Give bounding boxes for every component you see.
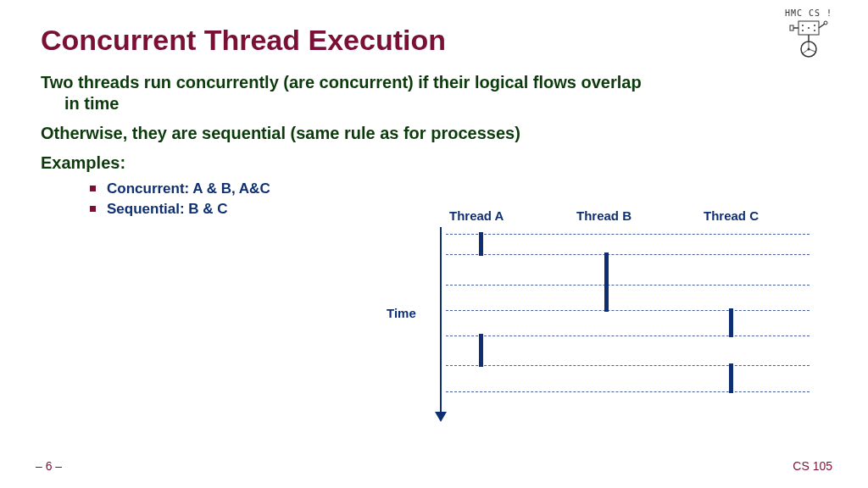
label-time: Time — [387, 306, 416, 320]
svg-point-2 — [808, 27, 810, 29]
svg-rect-8 — [790, 25, 793, 30]
time-row — [446, 285, 810, 286]
slide: HMC CS ! Concurrent Thread Execution Two… — [0, 0, 868, 488]
definition-concurrent: Two threads run concurrently (are concur… — [41, 72, 827, 114]
time-row — [446, 365, 810, 366]
slide-title: Concurrent Thread Execution — [41, 24, 827, 57]
time-axis-arrow — [432, 227, 449, 425]
course-label: CS 105 — [793, 459, 832, 473]
svg-point-3 — [814, 25, 815, 26]
exec-bar-thread-c — [729, 308, 733, 337]
logo-text: HMC CS ! — [783, 8, 834, 18]
label-thread-a: Thread A — [449, 208, 504, 223]
def-line-1a: Two threads run concurrently (are concur… — [41, 73, 642, 92]
svg-line-14 — [809, 49, 815, 52]
page-number: – 6 – — [36, 459, 62, 473]
exec-bar-thread-c — [729, 363, 733, 393]
unicycle-icon — [787, 19, 830, 58]
timing-diagram: Thread A Thread B Thread C Time — [364, 208, 822, 429]
bullet-concurrent: Concurrent: A & B, A&C — [90, 180, 827, 197]
time-row — [446, 336, 810, 336]
time-row — [446, 234, 810, 235]
hmc-cs-logo: HMC CS ! — [783, 8, 834, 58]
svg-point-5 — [814, 30, 815, 31]
label-thread-c: Thread C — [704, 208, 759, 223]
exec-bar-thread-b — [604, 252, 609, 312]
time-row — [446, 254, 810, 255]
svg-point-1 — [802, 25, 804, 26]
exec-bar-thread-a — [479, 232, 483, 256]
svg-line-9 — [819, 24, 825, 28]
time-row — [446, 391, 810, 392]
definition-sequential: Otherwise, they are sequential (same rul… — [41, 123, 827, 144]
exec-bar-thread-a — [479, 334, 483, 367]
svg-point-10 — [824, 21, 827, 25]
examples-label: Examples: — [41, 152, 827, 174]
svg-line-15 — [803, 49, 809, 53]
time-row — [446, 310, 810, 311]
label-thread-b: Thread B — [576, 208, 632, 223]
def-line-1b: in time — [41, 93, 827, 114]
svg-point-4 — [802, 30, 804, 31]
